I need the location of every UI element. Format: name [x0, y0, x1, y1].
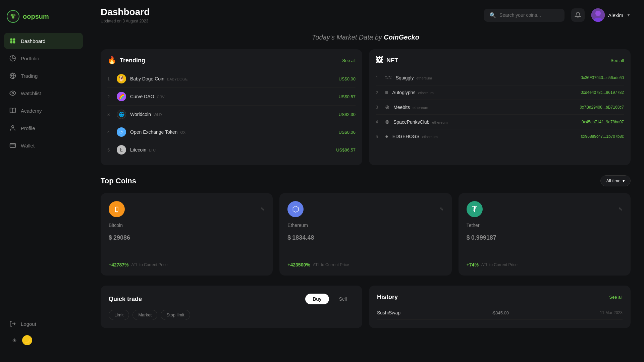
- sidebar-item-label: Dashboard: [21, 38, 45, 44]
- top-bar-right: 🔍 Alexim ▼: [484, 8, 631, 22]
- user-menu[interactable]: Alexim ▼: [591, 8, 631, 22]
- nft-see-all[interactable]: See all: [610, 58, 624, 63]
- history-see-all[interactable]: See all: [609, 295, 623, 300]
- chevron-down-icon: ▾: [623, 178, 625, 183]
- coins-grid: ₿ ✎ Bitcoin $29086 +42787% ATL to Curren…: [101, 193, 631, 276]
- coin-icon-crv: 🌈: [117, 92, 126, 101]
- sidebar-item-watchlist[interactable]: Watchlist: [4, 85, 83, 101]
- fire-icon: 🔥: [107, 56, 116, 65]
- coin-card-usdt: ₮ ✎ Tether $0.999187 +74% ATL to Current…: [459, 193, 631, 276]
- sidebar-item-label: Academy: [21, 108, 42, 114]
- search-icon: 🔍: [489, 12, 496, 18]
- edit-icon-eth[interactable]: ✎: [440, 206, 444, 212]
- nft-row-4: 4 ⊗ SpacePunksClub ethereum 0x45db714f..…: [376, 115, 624, 129]
- trending-row-4: 4 ⟳ Open Exchange Token OX US$0.06: [107, 123, 356, 141]
- sidebar-item-profile[interactable]: Profile: [4, 120, 83, 136]
- nft-icon: 🖼: [376, 56, 383, 65]
- btc-atl-label: ATL to Current Price: [131, 262, 168, 267]
- coin-card-eth: ⬡ ✎ Ethereum $1834.48 +423500% ATL to Cu…: [279, 193, 451, 276]
- notification-button[interactable]: [571, 8, 585, 22]
- chevron-down-icon: ▼: [627, 13, 631, 17]
- sidebar-item-portfolio[interactable]: Portfolio: [4, 50, 83, 66]
- svg-rect-6: [13, 41, 15, 44]
- eth-atl-label: ATL to Current Price: [313, 262, 349, 267]
- sidebar-item-academy[interactable]: Academy: [4, 103, 83, 119]
- light-mode-button[interactable]: ☀: [9, 335, 19, 345]
- sell-tab[interactable]: Sell: [332, 294, 354, 304]
- history-card: History See all SushiSwap -$345.00 11 Ma…: [369, 286, 631, 328]
- coin-icon-ltc: Ł: [117, 145, 126, 155]
- buy-sell-tabs: Buy Sell: [305, 294, 354, 304]
- sidebar-item-wallet[interactable]: Wallet: [4, 137, 83, 154]
- limit-tab[interactable]: Limit: [109, 310, 129, 320]
- btc-pct: +42787%: [109, 262, 129, 267]
- top-coins-title: Top Coins: [101, 177, 136, 185]
- logo-icon: [7, 10, 19, 23]
- sidebar-item-trading[interactable]: Trading: [4, 68, 83, 84]
- history-item-1: SushiSwap -$345.00 11 Mar 2023: [377, 306, 623, 320]
- user-icon: [9, 125, 16, 131]
- svg-rect-4: [13, 39, 15, 41]
- edit-icon-btc[interactable]: ✎: [261, 206, 265, 212]
- usdt-price: $0.999187: [467, 231, 623, 242]
- btc-name: Bitcoin: [109, 223, 265, 228]
- top-bar: Dashboard Updated on 3 August 2023 🔍: [101, 0, 631, 30]
- trending-title: 🔥 Trending: [107, 56, 145, 65]
- eye-icon: [9, 90, 16, 97]
- usdt-name: Tether: [467, 223, 623, 228]
- svg-point-1: [13, 14, 15, 16]
- coin-icon-wld: 🌐: [117, 110, 126, 119]
- svg-point-8: [12, 93, 14, 94]
- time-filter-button[interactable]: All time ▾: [600, 175, 631, 186]
- sidebar-item-dashboard[interactable]: Dashboard: [4, 33, 83, 49]
- chart-icon: [9, 72, 16, 79]
- svg-point-9: [12, 126, 14, 128]
- nft-header: 🖼 NFT See all: [376, 56, 624, 65]
- nft-row-2: 2 ≡ Autoglyphs ethereum 0xd4e4078c...861…: [376, 85, 624, 100]
- trending-row-5: 5 Ł Litecoin LTC US$86.57: [107, 141, 356, 159]
- sidebar: oopsum Dashboard Por: [0, 0, 87, 362]
- history-item-price: -$345.00: [492, 310, 509, 315]
- main-content: Dashboard Updated on 3 August 2023 🔍: [87, 0, 644, 362]
- sidebar-item-label: Profile: [21, 125, 35, 131]
- nft-row-3: 3 ⊕ Meebits ethereum 0x7Bd29408...bB7168…: [376, 100, 624, 115]
- nft-marker-4: ⊗: [385, 119, 389, 125]
- svg-rect-10: [10, 143, 16, 147]
- svg-point-13: [595, 11, 601, 16]
- pie-icon: [9, 55, 16, 62]
- svg-point-2: [12, 16, 14, 18]
- history-item-date: 11 Mar 2023: [600, 310, 623, 315]
- logout-item[interactable]: Logout: [4, 316, 83, 332]
- usdt-logo: ₮: [467, 201, 483, 217]
- trending-see-all[interactable]: See all: [342, 58, 356, 63]
- order-type-tabs: Limit Market Stop limit: [109, 310, 354, 320]
- eth-name: Ethereum: [287, 223, 443, 228]
- btc-logo: ₿: [109, 201, 125, 217]
- svg-point-0: [11, 14, 13, 16]
- nft-marker-3: ⊕: [385, 104, 389, 110]
- trending-row-2: 2 🌈 Curve DAO CRV US$0.57: [107, 88, 356, 106]
- buy-tab[interactable]: Buy: [305, 294, 329, 304]
- sidebar-item-label: Portfolio: [21, 56, 39, 61]
- search-input[interactable]: [499, 12, 559, 18]
- user-name: Alexim: [608, 12, 623, 18]
- nav-menu: Dashboard Portfolio Trading: [0, 33, 87, 316]
- eth-logo: ⬡: [287, 201, 304, 217]
- trending-row-3: 3 🌐 Worldcoin WLD US$2.30: [107, 106, 356, 123]
- nft-marker-1: ≈≈: [385, 74, 392, 81]
- grid-icon: [9, 38, 16, 44]
- market-grid: 🔥 Trending See all 1 🐕 Baby Doge Coin BA…: [101, 49, 631, 165]
- search-bar: 🔍: [484, 9, 565, 22]
- eth-pct: +423500%: [287, 262, 310, 267]
- market-tab[interactable]: Market: [132, 310, 157, 320]
- wallet-icon: [9, 142, 16, 149]
- svg-rect-3: [10, 39, 13, 41]
- dark-mode-button[interactable]: 🌙: [22, 335, 32, 345]
- history-item-name: SushiSwap: [377, 310, 400, 315]
- stop-limit-tab[interactable]: Stop limit: [161, 310, 190, 320]
- book-icon: [9, 107, 16, 114]
- nft-marker-5: ●: [385, 133, 388, 139]
- edit-icon-usdt[interactable]: ✎: [619, 206, 623, 212]
- quick-trade-card: Quick trade Buy Sell Limit Market Stop l…: [101, 286, 362, 328]
- sidebar-item-label: Watchlist: [21, 90, 41, 96]
